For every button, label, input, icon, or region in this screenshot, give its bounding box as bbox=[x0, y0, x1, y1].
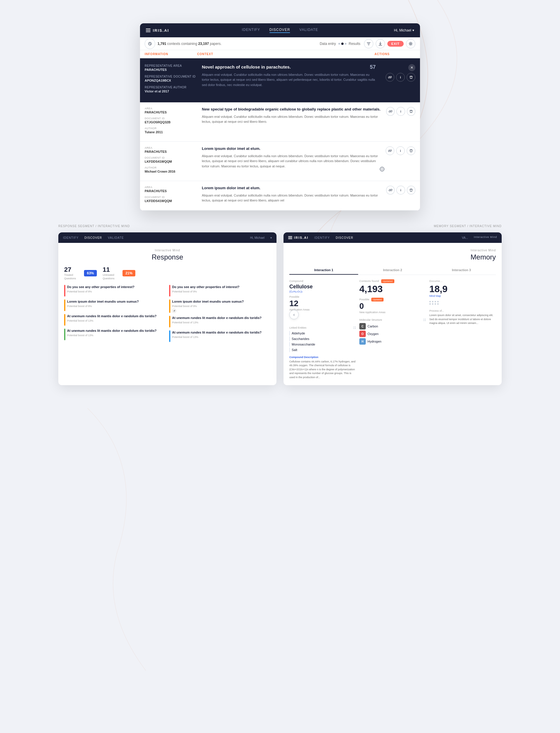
result-1-delete[interactable] bbox=[407, 146, 415, 155]
featured-close-button[interactable]: ✕ bbox=[408, 64, 415, 71]
question-left-3: At unemum rundes lit mantis dolor e rand… bbox=[64, 329, 166, 340]
exit-button[interactable]: EXIT bbox=[387, 41, 404, 47]
mind-map-link[interactable]: Mind Map bbox=[429, 295, 496, 298]
result-2-info[interactable]: i bbox=[396, 186, 405, 195]
result-row-2: AREA PARACHUTES DOCUMENT ID LKFDDS41WQQM… bbox=[140, 181, 420, 211]
info-button[interactable]: i bbox=[396, 73, 405, 82]
response-stats: 27 Treated Questions 63% 11 Untreated Qu… bbox=[64, 266, 271, 280]
featured-meta: REPRESENTATIVE AREA PARACHUTES REPRESENT… bbox=[145, 64, 197, 97]
question-left-1: Lorem ipsum dolor imet mundis unum sumus… bbox=[64, 300, 166, 311]
entity-1: Saccharides bbox=[289, 337, 356, 341]
result-0-delete[interactable] bbox=[407, 107, 415, 116]
tab-interaction-3[interactable]: Interaction 3 bbox=[427, 266, 496, 275]
download-button[interactable] bbox=[376, 39, 385, 48]
result-2-actions: i bbox=[386, 186, 415, 206]
mol-expand-icon[interactable] bbox=[423, 319, 426, 321]
user-info: Hi, Michael ▾ bbox=[394, 28, 414, 32]
svg-point-5 bbox=[410, 43, 412, 44]
question-right-1: Lorem ipsum dolor imet mundis unum sumus… bbox=[169, 300, 271, 313]
question-right-3: At unemum rundes lit mantis dolor e rand… bbox=[169, 330, 271, 342]
back-button[interactable] bbox=[145, 39, 155, 49]
response-label: RESPONSE SEGMENT / INTERACTIVE MIND bbox=[58, 225, 130, 228]
progress-dots bbox=[338, 43, 347, 45]
result-2-content: Lorem ipsum dolor imet at elum. Aliquam … bbox=[202, 186, 381, 206]
response-navbar: IDENTIFY DISCOVER VALIDATE Hi, Michael ▾ bbox=[58, 232, 277, 243]
questions-right: Do you see any other properties of inter… bbox=[169, 285, 271, 345]
interaction-tabs: Interaction 1 Interaction 2 Interaction … bbox=[289, 266, 496, 275]
response-panel: IDENTIFY DISCOVER VALIDATE Hi, Michael ▾… bbox=[58, 232, 277, 385]
result-0-link[interactable] bbox=[386, 107, 395, 116]
progress-indicator: Data entry Results bbox=[320, 42, 360, 46]
result-2-meta: AREA PARACHUTES DOCUMENT ID LKFDDS41WQQM bbox=[145, 186, 197, 206]
question-right-0: Do you see any other properties of inter… bbox=[169, 285, 271, 297]
result-1-info[interactable]: i bbox=[396, 146, 405, 155]
result-0-meta: AREA PARACHUTES DOCUMENT ID ETJGO5RQQ32B… bbox=[145, 107, 197, 137]
memory-docs-col: Docume... 18,9 Mind Map bbox=[429, 280, 496, 379]
dot-1 bbox=[338, 43, 340, 45]
new-areas: Possible Updated 0 New Application Areas bbox=[359, 298, 426, 314]
priority-low bbox=[64, 329, 65, 340]
main-nav: IDENTIFY DISCOVER VALIDATE bbox=[242, 28, 318, 33]
settings-button[interactable] bbox=[406, 39, 415, 48]
linked-entities: Linked Entities Aldehyde Saccharides Mon… bbox=[289, 326, 356, 352]
context-count: 1,791 contexts containing 23,197 papers. bbox=[157, 42, 222, 46]
memory-menu-icon[interactable] bbox=[288, 236, 292, 239]
dots-decoration bbox=[429, 301, 496, 305]
result-1-meta: AREA PARACHUTES DOCUMENT ID LKFDDS41WQQM… bbox=[145, 146, 197, 176]
result-row-1: AREA PARACHUTES DOCUMENT ID LKFDDS41WQQM… bbox=[140, 142, 420, 181]
response-nav-validate[interactable]: VALIDATE bbox=[108, 236, 124, 239]
nav-area: ‹ bbox=[289, 315, 356, 324]
tab-interaction-1[interactable]: Interaction 1 bbox=[289, 266, 358, 275]
memory-nav-discover[interactable]: DISCOVER bbox=[336, 236, 353, 239]
featured-content: 57 Novel approach of cellulose in parach… bbox=[202, 64, 376, 97]
toolbar-actions: EXIT bbox=[364, 39, 415, 48]
user-chevron[interactable]: ▾ bbox=[270, 236, 272, 239]
nav-discover[interactable]: DISCOVER bbox=[269, 28, 290, 33]
memory-content: Compound Cellulose (C₆H₁₀O₅)ₙ Possible 1… bbox=[289, 280, 496, 379]
delete-button[interactable] bbox=[407, 73, 415, 82]
question-left-0: Do you see any other properties of inter… bbox=[64, 285, 166, 297]
col-actions: ACTIONS bbox=[375, 53, 415, 56]
nav-identify[interactable]: IDENTIFY bbox=[242, 28, 260, 33]
menu-icon[interactable] bbox=[146, 29, 151, 32]
expand-icon[interactable] bbox=[353, 327, 356, 329]
memory-brand: IRIS.AI bbox=[288, 236, 308, 239]
element-oxygen: O Oxygen bbox=[359, 331, 426, 337]
result-2-link[interactable] bbox=[386, 186, 395, 195]
response-nav-discover[interactable]: DISCOVER bbox=[85, 236, 102, 239]
result-0-info[interactable]: i bbox=[396, 107, 405, 116]
nav-validate[interactable]: VALIDATE bbox=[300, 28, 318, 33]
section-labels: RESPONSE SEGMENT / INTERACTIVE MIND MEMO… bbox=[0, 211, 560, 232]
compound-description: Compound Description Cellulose contains … bbox=[289, 356, 356, 379]
main-window: IRIS.AI IDENTIFY DISCOVER VALIDATE Hi, M… bbox=[140, 23, 420, 211]
molecular-structure: Molecular Structure C Carbon bbox=[359, 319, 426, 345]
result-0-actions: i bbox=[386, 107, 415, 137]
back-arrow[interactable]: ‹ bbox=[289, 310, 299, 319]
priority-r-high bbox=[169, 285, 170, 297]
link-button[interactable] bbox=[386, 73, 394, 82]
filter-button[interactable] bbox=[364, 39, 373, 48]
possible-areas-row: Possible 12 Application Areas bbox=[289, 295, 356, 311]
refresh-icon[interactable]: ↺ bbox=[172, 309, 176, 313]
col-context: CONTEXT bbox=[197, 53, 375, 56]
result-0-content: New special type of biodegradable organi… bbox=[202, 107, 381, 137]
memory-nav-identify[interactable]: IDENTIFY bbox=[314, 236, 330, 239]
memory-compound-col: Compound Cellulose (C₆H₁₀O₅)ₙ Possible 1… bbox=[289, 280, 356, 379]
priority-medium-2 bbox=[64, 314, 65, 326]
questions-left: Do you see any other properties of inter… bbox=[64, 285, 166, 345]
result-1-link[interactable] bbox=[386, 146, 394, 155]
hydrogen-badge: H bbox=[359, 338, 366, 345]
result-1-actions: i bbox=[386, 146, 415, 155]
toolbar: 1,791 contexts containing 23,197 papers.… bbox=[140, 37, 420, 50]
response-nav-identify[interactable]: IDENTIFY bbox=[63, 236, 79, 239]
question-left-2: At unemum rundes lit mantis dolor e rand… bbox=[64, 314, 166, 326]
entity-2: Monosaccharide bbox=[289, 342, 356, 347]
priority-r-discovery bbox=[169, 330, 170, 342]
element-carbon: C Carbon bbox=[359, 323, 426, 330]
memory-navbar: IRIS.AI IDENTIFY DISCOVER VA... Interact… bbox=[283, 232, 502, 243]
results-area: REPRESENTATIVE AREA PARACHUTES REPRESENT… bbox=[140, 58, 420, 211]
process-info: Process of... Lorem ipsum dolor sit amet… bbox=[429, 309, 496, 326]
result-2-delete[interactable] bbox=[407, 186, 415, 195]
tab-interaction-2[interactable]: Interaction 2 bbox=[358, 266, 427, 275]
priority-high bbox=[64, 285, 65, 297]
